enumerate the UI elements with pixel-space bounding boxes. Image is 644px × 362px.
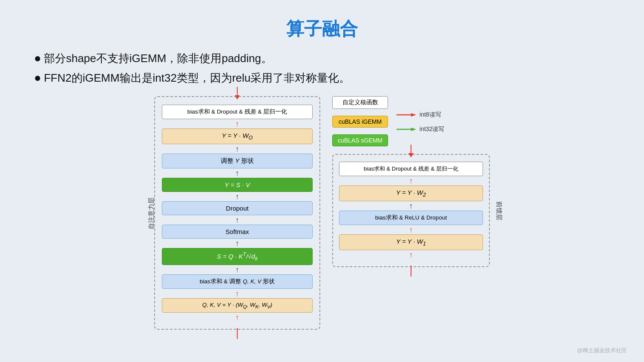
bullet-text-2: FFN2的iGEMM输出是int32类型，因为relu采用了非对称量化。 xyxy=(44,69,350,87)
legend-lines: int8读写 int32读写 xyxy=(397,96,444,146)
int32-label: int32读写 xyxy=(420,125,444,133)
node-y-wo: Y = Y · WO xyxy=(162,128,313,144)
arrow-5: ↑ xyxy=(162,215,313,225)
right-panel: 自定义核函数 cuBLAS iGEMM cuBLAS sGEMM int8读写 xyxy=(332,96,490,330)
legend-area: 自定义核函数 cuBLAS iGEMM cuBLAS sGEMM int8读写 xyxy=(332,96,490,146)
int32-arrow-icon xyxy=(397,126,416,132)
legend-custom-kernel: 自定义核函数 xyxy=(332,96,388,109)
watermark: @稀土掘金技术社区 xyxy=(577,347,627,354)
ffn-arrow-4: ↑ xyxy=(339,250,483,259)
arrow-6: ↑ xyxy=(162,239,313,248)
left-panel: 自注意力层 bias求和 & Dropout & 残差 & 层归一化 ↑ Y =… xyxy=(154,96,320,330)
legend-boxes: 自定义核函数 cuBLAS iGEMM cuBLAS sGEMM xyxy=(332,96,388,146)
left-panel-label: 自注意力层 xyxy=(147,197,155,229)
ffn-arrow-3: ↑ xyxy=(339,225,483,234)
node-y-w2: Y = Y · W2 xyxy=(339,185,483,201)
right-lower-panel: 前馈层 bias求和 & Dropout & 残差 & 层归一化 ↑ Y = Y… xyxy=(332,154,490,267)
arrow-1: ↑ xyxy=(162,119,313,128)
node-softmax: Softmax xyxy=(162,225,313,239)
arrow-7: ↑ xyxy=(162,265,313,274)
bullet-dot-1: ● xyxy=(34,48,41,68)
legend-int8: int8读写 xyxy=(397,111,444,119)
legend-cublas-igemm: cuBLAS iGEMM xyxy=(332,116,388,128)
right-panel-label: 前馈层 xyxy=(495,201,503,220)
node-reshape-y: 调整 Y 形状 xyxy=(162,154,313,168)
bullet-item-1: ● 部分shape不支持iGEMM，除非使用padding。 xyxy=(34,48,644,68)
node-y-sv: Y = S · V xyxy=(162,178,313,192)
arrow-2: ↑ xyxy=(162,144,313,154)
svg-marker-3 xyxy=(411,128,416,131)
node-s-qkt: S = Q · KT/√dk xyxy=(162,248,313,265)
node-bias-reshape-qkv: bias求和 & 调整 Q, K, V 形状 xyxy=(162,274,313,289)
ffn-stack: bias求和 & Dropout & 残差 & 层归一化 ↑ Y = Y · W… xyxy=(339,162,483,259)
node-dropout: Dropout xyxy=(162,201,313,215)
int8-arrow-icon xyxy=(397,112,416,118)
arrow-3: ↑ xyxy=(162,168,313,178)
svg-marker-1 xyxy=(411,113,416,117)
bullet-item-2: ● FFN2的iGEMM输出是int32类型，因为relu采用了非对称量化。 xyxy=(34,68,644,88)
page-title: 算子融合 xyxy=(0,0,644,48)
arrow-9: ↑ xyxy=(162,313,313,322)
ffn-arrow-2: ↑ xyxy=(339,201,483,211)
node-bias-dropout-residual-norm-top: bias求和 & Dropout & 残差 & 层归一化 xyxy=(162,105,313,119)
left-stack: bias求和 & Dropout & 残差 & 层归一化 ↑ Y = Y · W… xyxy=(162,105,313,322)
bottom-red-connector xyxy=(237,328,238,339)
legend-cublas-sgemm: cuBLAS sGEMM xyxy=(332,134,388,146)
bullet-dot-2: ● xyxy=(34,68,41,88)
ffn-bottom-connector xyxy=(411,265,411,276)
legend-int32: int32读写 xyxy=(397,125,444,133)
bullet-text-1: 部分shape不支持iGEMM，除非使用padding。 xyxy=(44,49,272,68)
top-arrow xyxy=(235,95,240,100)
node-y-w1: Y = Y · W1 xyxy=(339,234,483,250)
ffn-top-arrow xyxy=(408,153,414,157)
bullet-list: ● 部分shape不支持iGEMM，除非使用padding。 ● FFN2的iG… xyxy=(0,48,644,88)
arrow-8: ↑ xyxy=(162,289,313,298)
node-qkv-projection: Q, K, V = Y · (WQ, WK, WV) xyxy=(162,298,313,313)
node-bias-dropout-residual-ffn: bias求和 & Dropout & 残差 & 层归一化 xyxy=(339,162,483,176)
int8-label: int8读写 xyxy=(420,111,441,119)
ffn-arrow-1: ↑ xyxy=(339,176,483,185)
node-bias-relu-dropout: bias求和 & ReLU & Dropout xyxy=(339,211,483,225)
arrow-4: ↑ xyxy=(162,192,313,201)
